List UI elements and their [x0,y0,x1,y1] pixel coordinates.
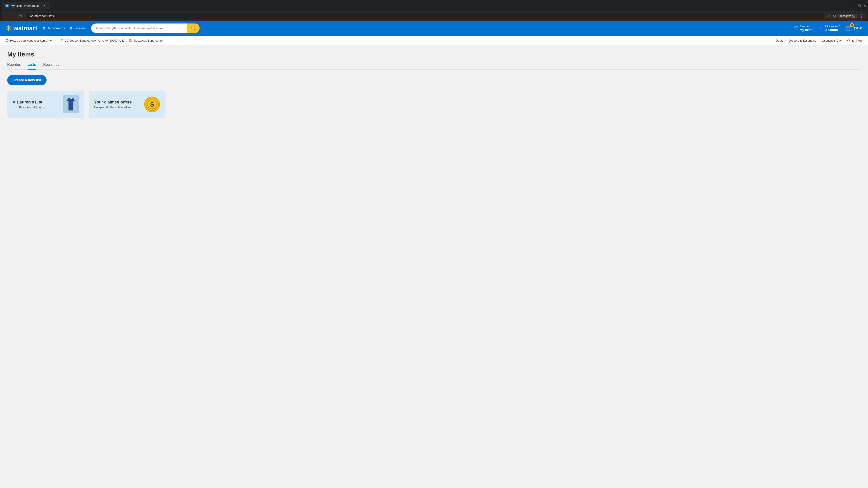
sub-header: ⊙ How do you want your items? ▾ | 📍 20 C… [0,36,868,45]
offers-card-subtitle: No special offers claimed yet! [94,105,132,109]
location-info[interactable]: 📍 20 Cooper Square, New York, NY 10003, … [60,39,125,42]
sub-nav: Deals Grocery & Essentials Valentine's D… [776,39,863,42]
grocery-nav-item[interactable]: Grocery & Essentials [789,39,816,42]
svg-text:$: $ [150,101,154,108]
wishlist-button[interactable]: ♡ Reorder My Items [794,25,813,32]
cards-grid: ♥ Lauren's List Favorites - 12 items You… [7,91,861,118]
address-bar[interactable]: walmart.com/lists [26,13,825,19]
clothing-thumbnail [65,96,77,112]
back-button[interactable]: ← [4,13,10,20]
tab-close-button[interactable]: × [43,4,46,8]
tab-favicon: W [5,4,9,7]
heart-filled-icon: ♥ [13,100,16,105]
browser-top-bar: W My Lists | Walmart.com × + — ⧉ ✕ [2,2,866,9]
search-bar: 🔍 [91,24,199,33]
account-icon: 👤 [818,25,824,31]
heart-icon: ♡ [794,25,798,31]
close-button[interactable]: ✕ [863,4,866,8]
url-text: walmart.com/lists [30,14,821,18]
my-items-label: My Items [800,28,813,32]
walmart-wordmark: walmart [13,25,37,32]
bookmark-button[interactable]: ☆ [827,13,831,19]
account-button[interactable]: 👤 Hi, Lauren D Account [818,25,840,32]
incognito-badge[interactable]: Incognito (2) [838,14,858,18]
maximize-button[interactable]: ⧉ [858,4,861,8]
refresh-button[interactable]: ↻ [18,13,23,20]
browser-tabs: W My Lists | Walmart.com × + [2,2,56,9]
winter-prep-nav-item[interactable]: Winter Prep [847,39,863,42]
hi-label: Hi, Lauren D [825,25,840,28]
services-label: Services [73,26,86,30]
tab-lists[interactable]: Lists [28,63,36,70]
divider: | [55,38,57,43]
store-text: Secaucus Supercenter [134,39,164,42]
header-nav: ⊞ Departments ⊞ Services [43,26,86,30]
offers-card[interactable]: Your claimed offers No special offers cl… [89,91,165,118]
services-nav[interactable]: ⊞ Services [69,26,86,30]
search-input[interactable] [91,24,187,33]
cart-icon-wrap: 🛒 3 [845,25,852,32]
offers-card-title: Your claimed offers [94,100,132,105]
cart-price: $32.91 [854,27,863,30]
nav-controls: ← → ↻ [4,13,23,20]
departments-nav[interactable]: ⊞ Departments [43,26,65,30]
list-card-image [63,95,79,113]
services-grid-icon: ⊞ [69,26,72,30]
departments-grid-icon: ⊞ [43,26,45,30]
list-card-name: Lauren's List [17,100,42,105]
window-controls: — ⧉ ✕ [852,4,866,8]
offers-icon-svg: $ [145,98,159,111]
header-actions: ♡ Reorder My Items 👤 Hi, Lauren D Accoun… [794,25,863,32]
new-tab-button[interactable]: + [50,2,56,9]
profile-button[interactable]: ⊙ [833,13,836,19]
laurens-list-card[interactable]: ♥ Lauren's List Favorites - 12 items [7,91,84,118]
list-card-name-row: ♥ Lauren's List [13,100,45,105]
location-text: 20 Cooper Square, New York, NY 10003, US… [65,39,125,42]
tabs-bar: Reorder Lists Registries [7,63,861,70]
browser-address-bar: ← → ↻ walmart.com/lists ☆ ⊙ Incognito (2… [2,11,866,21]
offers-card-info: Your claimed offers No special offers cl… [94,100,132,109]
reorder-label: Reorder [800,25,813,28]
walmart-spark-icon: ✳ [5,24,11,33]
delivery-label: How do you want your items? [10,39,49,42]
browser-action-buttons: ☆ ⊙ Incognito (2) ⋮ [827,13,864,19]
departments-label: Departments [47,26,65,30]
store-icon: 🏠 [129,39,132,42]
store-info[interactable]: 🏠 Secaucus Supercenter [129,39,164,42]
account-label: Account [825,28,840,32]
more-button[interactable]: ⋮ [860,13,864,19]
delivery-selector[interactable]: ⊙ How do you want your items? ▾ [5,38,52,43]
forward-button[interactable]: → [11,13,17,20]
walmart-logo[interactable]: ✳ walmart [5,24,37,33]
browser-tab-active[interactable]: W My Lists | Walmart.com × [2,2,50,9]
delivery-icon: ⊙ [5,38,9,43]
walmart-header: ✳ walmart ⊞ Departments ⊞ Services 🔍 ♡ R… [0,21,868,36]
minimize-button[interactable]: — [852,4,855,8]
main-content: My Items Reorder Lists Registries Create… [0,45,868,488]
chevron-down-icon: ▾ [50,39,52,42]
list-card-meta: Favorites - 12 items [19,106,45,109]
list-card-info: ♥ Lauren's List Favorites - 12 items [13,100,45,109]
offers-dollar-icon: $ [144,96,160,112]
tab-title: My Lists | Walmart.com [11,4,41,7]
page-title: My Items [7,51,861,58]
browser-chrome: W My Lists | Walmart.com × + — ⧉ ✕ ← → ↻… [0,0,868,21]
create-list-button[interactable]: Create a new list [7,75,46,86]
deals-nav-item[interactable]: Deals [776,39,783,42]
search-button[interactable]: 🔍 [187,24,199,33]
tab-reorder[interactable]: Reorder [7,63,20,70]
cart-badge: 3 [850,23,854,27]
tab-registries[interactable]: Registries [43,63,59,70]
valentines-nav-item[interactable]: Valentine's Day [822,39,842,42]
cart-button[interactable]: 🛒 3 $32.91 [845,25,863,32]
location-pin-icon: 📍 [60,39,64,42]
